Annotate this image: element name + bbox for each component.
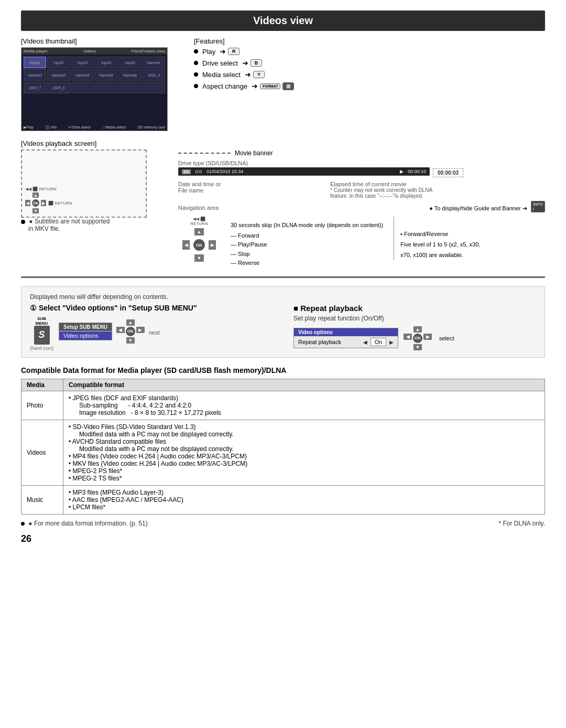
playback-bar: SD ⊡⊡ 01/04/2010 15:34 ▶ 00:00:10 [178,167,430,176]
dpad-select: ▲ ◀ OK ▶ ▼ [404,326,432,350]
file-name-label: File name [178,187,325,194]
dpad-up: ▲ [126,319,135,326]
col-media: Media [21,379,63,391]
controls-section: ◀◀ ⬛RETURN ▲ ▼ ◀ ▶ OK 30 seconds skip (I… [178,217,545,268]
repeat-section: Displayed menu will differ depending on … [21,286,545,358]
bullet-icon [194,61,198,65]
repeat-playback-label: Repeat playback [298,339,360,345]
table-row: Videos • SD-Video Files (SD-Video Standa… [21,420,545,485]
movie-banner-label: Movie banner [235,149,273,157]
feature-drive-select-label: Drive select [202,59,238,67]
footer-note-right: * For DLNA only. [499,520,545,527]
thumb-cell: 2003_7 [24,82,46,93]
stop-label: — Stop [231,250,383,259]
arrow-icon: ➜ [252,82,258,90]
media-photo: Photo [21,391,63,420]
dpad-small: ▲ ◀ OK ▶ ▼ [116,319,145,344]
format-button-icon: FORMAT [260,83,280,89]
table-row: Music • MP3 files (MPEG Audio Layer-3) •… [21,485,545,514]
bullet-icon [194,72,198,77]
left-arrow-icon: ◀ [363,339,367,345]
features-list: Play ➜ R Drive select ➜ B Media select ➜… [194,47,545,90]
media-select-button-icon: Y [253,71,265,78]
thumb-cell: Named6 [118,69,141,81]
screen-controls: ◀◀ ⬛ RETURN ▲ ▼ ◀ ▶ OK ⬛ RETURN [25,187,72,213]
videos-thumbnail-label: [Videos thumbnail] [21,37,178,45]
format-videos: • SD-Video Files (SD-Video Standard Ver.… [63,420,545,485]
five-level-label2: x70, x100) are available. [400,250,480,261]
media-music: Music [21,485,63,514]
on-value: On [371,338,386,346]
thumb-cell [71,82,94,93]
drive-icons: ⊡⊡ [195,169,202,174]
thumb-cell: Named4 [71,69,94,81]
play-icon: ▶ [400,169,404,174]
compat-section: Compatible Data format for Media player … [21,366,545,515]
dpad-ok: OK [126,327,135,336]
vo-header: Video options [294,328,398,336]
thumb-cell [95,82,117,93]
select-step: ① Select "Video options" in "Setup SUB M… [30,304,273,351]
time-display: 00:00:10 [408,169,426,174]
section-divider [21,276,545,278]
drive-type-label: Drive type (SD/USB/DLNA) [178,160,248,166]
thumb-cell: Input2 [47,57,70,68]
footer-note-left: ● For more data format information. (p. … [21,520,148,527]
footer-notes: ● For more data format information. (p. … [21,520,545,527]
bullet-icon [21,220,25,224]
feature-drive-select: Drive select ➜ B [194,59,545,67]
bullet-icon [21,522,25,526]
sd-badge: SD [182,169,191,174]
dpad-right: ▶ [423,334,432,340]
format-photo: • JPEG files (DCF and EXIF standards) Su… [63,391,545,420]
guide-banner-note: ● To display/hide Guide and Banner ➜ INF… [429,201,545,212]
subtitles-note: ● Subtitles are not supported in MKV fil… [21,218,168,232]
skip-label: 30 seconds skip (In DLNA mode only (depe… [231,221,383,230]
datetime-display: 01/04/2010 15:34 [206,169,243,174]
thumb-cell: Named1 [143,57,165,68]
thumb-header: Media player Videos Files/Folders view [21,48,167,55]
grid-button-icon: ⊞ [282,82,294,90]
date-label: Date and time or [178,181,325,187]
counter-box: 00:00:03 [433,168,463,177]
thumbnail-box: Media player Videos Files/Folders view I… [21,47,168,131]
thumb-footer: ▶Play ⬛ Info ≡ Drive select □ Media sele… [21,125,167,130]
menu-header: Setup SUB MENU [59,323,112,331]
feature-play-label: Play [202,48,215,56]
col-format: Compatible format [63,379,545,391]
repeat-desc: Set play repeat function (On/Off) [293,315,536,322]
features-label: [Features] [194,37,545,45]
thumb-cell: Input3 [71,57,94,68]
elapsed-label: Elapsed time of current movie [330,181,545,187]
thumb-cell: 2002_4 [143,69,165,81]
arrow-icon: ➜ [242,59,248,67]
thumb-cell: Input1 [24,57,46,68]
play-pause-label: — Play/Pause [231,240,383,250]
dpad-up: ▲ [413,326,422,333]
next-label: next [149,329,160,336]
right-arrow-icon: ▶ [389,339,394,345]
five-level-label: Five level of 1 to 5 (x2, x5, x30, [400,240,480,250]
repeat-playback: ■ Repeat playback Set play repeat functi… [293,304,536,350]
sub-menu-icon: SUBMENU S (hand icon) [30,316,53,351]
info-button-icon: INFOi [531,201,545,212]
feature-media-select: Media select ➜ Y [194,70,545,79]
elapsed-note2: feature. In this case "--:--:--"is displ… [330,193,545,199]
nav-area-label: Navigation area [178,205,219,211]
displayed-note: Displayed menu will differ depending on … [30,293,536,301]
forward-reverse-label: • Forward/Reverse [400,229,480,240]
arrow-icon: ➜ [245,70,251,79]
elapsed-note: * Counter may not work correctly with DL… [330,187,545,193]
media-videos: Videos [21,420,63,485]
thumb-cell: Named2 [24,69,46,81]
video-options-box: Video options Repeat playback ◀ On ▶ [293,328,398,348]
video-options-item: Video options [59,331,112,340]
play-button-icon: R [228,48,240,55]
forward-label: — Forward [231,231,383,241]
reverse-label: — Reverse [231,259,383,268]
compat-table: Media Compatible format Photo • JPEG fil… [21,379,545,515]
thumb-cell: 2005_8 [47,82,70,93]
playback-screen-label: [Videos playback screen] [21,140,545,147]
dpad-ok: OK [413,334,422,343]
thumb-cell [118,82,141,93]
